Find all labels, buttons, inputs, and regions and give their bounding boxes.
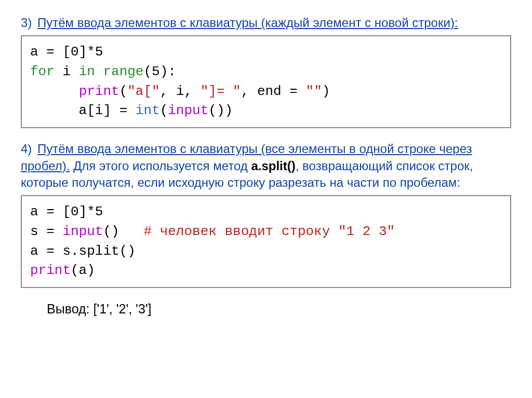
code-block-1: a = [0]*5 for i in range(5): print("a[",… bbox=[21, 35, 511, 128]
section4-bold-method: a.split() bbox=[251, 159, 295, 173]
section3-number: 3) bbox=[21, 16, 32, 30]
section4-paragraph: 4) Путём ввода элементов с клавиатуры (в… bbox=[21, 141, 511, 191]
output-text: Вывод: ['1', '2', '3'] bbox=[47, 300, 511, 318]
section3-title: Путём ввода элементов с клавиатуры (кажд… bbox=[37, 16, 458, 30]
section4-rest1: Для этого используется метод bbox=[70, 159, 251, 173]
code-block-2: a = [0]*5 s = input() # человек вводит с… bbox=[21, 195, 511, 288]
section3-heading: 3) Путём ввода элементов с клавиатуры (к… bbox=[21, 15, 511, 31]
section4-number: 4) bbox=[21, 142, 32, 156]
